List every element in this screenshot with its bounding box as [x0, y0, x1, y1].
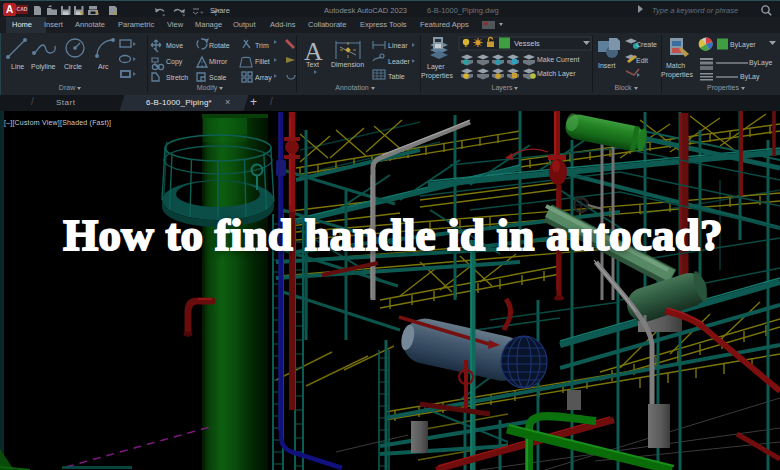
svg-text:Vessels: Vessels	[514, 39, 540, 48]
